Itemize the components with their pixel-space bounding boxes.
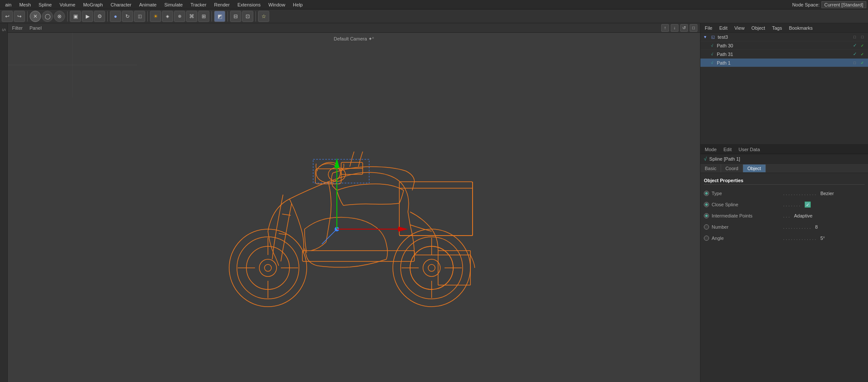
menu-extensions[interactable]: Extensions bbox=[234, 1, 264, 8]
nurbs-button[interactable]: ⌘ bbox=[186, 11, 197, 22]
main-toolbar: ↩ ↪ ✕ ◯ ⊗ ▣ ▶ ⚙ ● ↻ ◫ ☀ ◈ ⊕ ⌘ ⊞ ◩ ⊟ ⊡ ☆ bbox=[0, 9, 868, 23]
intermediate-label: Intermediate Points bbox=[712, 213, 781, 218]
path31-name: Path 31 bbox=[717, 52, 851, 57]
menu-ain[interactable]: ain bbox=[2, 1, 15, 8]
rp-menu-edit[interactable]: Edit bbox=[717, 25, 730, 31]
test3-vis1[interactable]: □ bbox=[852, 34, 858, 40]
menu-mograph[interactable]: MoGraph bbox=[80, 1, 106, 8]
path30-spline-icon: √ bbox=[709, 43, 715, 49]
toolbar-separator-6 bbox=[227, 11, 228, 22]
tab-object[interactable]: Object bbox=[743, 165, 766, 172]
grid-button[interactable]: ⊟ bbox=[230, 11, 241, 22]
rp-menu-file[interactable]: File bbox=[702, 25, 715, 31]
close-spline-radio[interactable] bbox=[704, 202, 709, 207]
intermediate-value[interactable]: Adaptive bbox=[794, 213, 812, 218]
prop-section-title: Object Properties bbox=[704, 177, 865, 185]
prop-edit-tab[interactable]: Edit bbox=[721, 146, 734, 153]
test3-vis2[interactable]: □ bbox=[859, 34, 865, 40]
angle-radio[interactable] bbox=[704, 236, 709, 241]
toolbar-separator-2 bbox=[67, 11, 68, 22]
tab-coord[interactable]: Coord bbox=[721, 165, 743, 172]
menu-mesh[interactable]: Mesh bbox=[16, 1, 34, 8]
menu-help[interactable]: Help bbox=[289, 1, 306, 8]
menu-volume[interactable]: Volume bbox=[56, 1, 79, 8]
path31-vis1[interactable]: ✓ bbox=[852, 51, 858, 57]
menu-spline[interactable]: Spline bbox=[35, 1, 56, 8]
hierarchy-row-path30[interactable]: √ Path 30 ✓ ✓ bbox=[700, 41, 868, 50]
scene-mode-button[interactable]: ⊗ bbox=[54, 11, 65, 22]
rp-menu-tags[interactable]: Tags bbox=[769, 25, 784, 31]
tab-basic[interactable]: Basic bbox=[700, 165, 721, 172]
close-spline-label: Close Spline bbox=[712, 202, 781, 207]
properties-mode-bar: Mode Edit User Data bbox=[700, 145, 868, 154]
viewport-tab-filter[interactable]: Filter bbox=[10, 25, 24, 31]
prop-userdata-tab[interactable]: User Data bbox=[736, 146, 763, 153]
environment-button[interactable]: ⊕ bbox=[174, 11, 185, 22]
viewport-tab-panel[interactable]: Panel bbox=[28, 25, 43, 31]
prop-row-number: Number . . . . . . . . . . . 8 bbox=[704, 223, 865, 231]
viewport-ctrl-maximize[interactable]: □ bbox=[690, 24, 697, 32]
hierarchy-row-path31[interactable]: √ Path 31 ✓ ✓ bbox=[700, 50, 868, 59]
number-radio[interactable] bbox=[704, 224, 709, 230]
type-label: Type bbox=[712, 191, 781, 196]
type-value[interactable]: Bezier bbox=[820, 191, 834, 196]
material-button[interactable]: ◈ bbox=[162, 11, 173, 22]
right-panel: File Edit View Object Tags Bookmarks ▼ ◱… bbox=[700, 23, 868, 382]
right-panel-toolbar: File Edit View Object Tags Bookmarks bbox=[700, 23, 868, 33]
light-icon-button[interactable]: ☆ bbox=[258, 11, 269, 22]
model-mode-button[interactable]: ✕ bbox=[30, 11, 41, 22]
prop-mode-tab[interactable]: Mode bbox=[702, 146, 719, 153]
node-space-bar: Node Space: Current [Standard] bbox=[792, 1, 866, 8]
menu-animate[interactable]: Animate bbox=[136, 1, 160, 8]
intermediate-dots: . . . bbox=[783, 213, 790, 218]
spline-title: Spline [Path 1] bbox=[709, 156, 740, 161]
deformer-button[interactable]: ⊞ bbox=[198, 11, 209, 22]
hierarchy-row-path1[interactable]: √ Path 1 □ ✓ bbox=[700, 59, 868, 67]
extrude-tool-button[interactable]: ◫ bbox=[134, 11, 145, 22]
light-tool-button[interactable]: ☀ bbox=[150, 11, 161, 22]
menu-simulate[interactable]: Simulate bbox=[161, 1, 186, 8]
number-value[interactable]: 8 bbox=[815, 224, 818, 230]
path31-spline-icon: √ bbox=[709, 51, 715, 57]
path1-vis1[interactable]: □ bbox=[852, 60, 858, 66]
render-button[interactable]: ⚙ bbox=[94, 11, 105, 22]
menu-window[interactable]: Window bbox=[265, 1, 289, 8]
toolbar-separator-5 bbox=[212, 11, 212, 22]
render-view-button[interactable]: ▣ bbox=[70, 11, 81, 22]
intermediate-radio[interactable] bbox=[704, 213, 709, 218]
rp-menu-object[interactable]: Object bbox=[749, 25, 768, 31]
path31-vis2[interactable]: ✓ bbox=[859, 51, 865, 57]
menu-character[interactable]: Character bbox=[107, 1, 135, 8]
properties-panel: Mode Edit User Data √ Spline [Path 1] Ba… bbox=[700, 145, 868, 382]
path1-vis2[interactable]: ✓ bbox=[859, 60, 865, 66]
rp-menu-view[interactable]: View bbox=[732, 25, 747, 31]
viewport-ctrl-up[interactable]: ↑ bbox=[661, 24, 669, 32]
path30-vis2[interactable]: ✓ bbox=[859, 43, 865, 49]
prop-row-close-spline: Close Spline . . . . . . . ✓ bbox=[704, 200, 865, 209]
object-mode-button[interactable]: ◯ bbox=[42, 11, 53, 22]
select-tool-button[interactable]: ◩ bbox=[214, 11, 225, 22]
main-layout: S Filter Panel ↑ ↓ ↺ □ bbox=[0, 23, 868, 382]
type-radio[interactable] bbox=[704, 191, 709, 196]
path30-vis1[interactable]: ✓ bbox=[852, 43, 858, 49]
prop-row-angle: Angle . . . . . . . . . . . . . 5° bbox=[704, 234, 865, 242]
snap-button[interactable]: ⊡ bbox=[242, 11, 253, 22]
hierarchy-row-test3[interactable]: ▼ ◱ test3 □ □ bbox=[700, 33, 868, 41]
redo-button[interactable]: ↪ bbox=[14, 11, 25, 22]
viewport-ctrl-refresh[interactable]: ↺ bbox=[680, 24, 688, 32]
close-spline-checkbox[interactable]: ✓ bbox=[805, 202, 811, 208]
menu-tracker[interactable]: Tracker bbox=[187, 1, 210, 8]
viewport-canvas[interactable]: Default Camera ✦° bbox=[8, 33, 700, 382]
sphere-tool-button[interactable]: ● bbox=[110, 11, 121, 22]
menu-render[interactable]: Render bbox=[211, 1, 233, 8]
rp-menu-bookmarks[interactable]: Bookmarks bbox=[786, 25, 815, 31]
number-dots: . . . . . . . . . . . bbox=[783, 224, 811, 230]
viewport-ctrl-down[interactable]: ↓ bbox=[671, 24, 678, 32]
toolbar-separator-4 bbox=[147, 11, 148, 22]
rotate-tool-button[interactable]: ↻ bbox=[122, 11, 133, 22]
angle-value[interactable]: 5° bbox=[820, 236, 825, 241]
undo-button[interactable]: ↩ bbox=[2, 11, 13, 22]
path1-name: Path 1 bbox=[717, 60, 851, 65]
play-button[interactable]: ▶ bbox=[82, 11, 93, 22]
node-space-dropdown[interactable]: Current [Standard] bbox=[821, 1, 867, 8]
